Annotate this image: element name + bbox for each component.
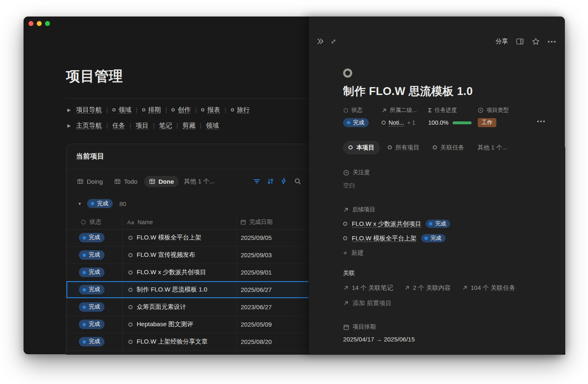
property-type[interactable]: 项目类型: [478, 106, 509, 115]
status-cell: 完成: [66, 250, 122, 259]
table-view-icon: [149, 178, 155, 185]
more-options-icon[interactable]: •••: [548, 38, 557, 45]
status-dot-icon: [83, 306, 86, 309]
view-tab[interactable]: Todo: [109, 176, 142, 187]
nav-link[interactable]: 项目导航: [76, 106, 102, 114]
follow-up-item[interactable]: FLO.W x 少数派共创项目 完成: [343, 219, 550, 229]
progress-value: 100.0%: [428, 117, 478, 128]
nav-link[interactable]: 报表: [207, 106, 220, 114]
toggle-right-icon[interactable]: ▶: [67, 107, 71, 113]
side-peek-icon[interactable]: [516, 38, 524, 45]
property-attention[interactable]: 关注度: [343, 168, 550, 177]
share-button[interactable]: 分享: [496, 38, 508, 45]
status-dot-icon: [83, 340, 86, 344]
linked-view-tab[interactable]: 其他 1 个...: [472, 141, 513, 154]
nav-link[interactable]: 旅行: [237, 106, 250, 114]
close-peek-double-chevron-icon[interactable]: [316, 37, 325, 45]
follow-up-item[interactable]: FLO.W 模板全平台上架 完成: [343, 233, 550, 243]
column-header-status[interactable]: 状态: [66, 218, 122, 226]
nav-link[interactable]: 剪藏: [183, 121, 195, 130]
sort-icon[interactable]: [267, 178, 274, 185]
status-dot-icon: [83, 254, 86, 257]
page-circle-icon: [128, 236, 133, 240]
type-value[interactable]: 工作: [478, 117, 509, 128]
follow-up-page-link[interactable]: FLO.W 模板全平台上架: [352, 235, 417, 242]
schedule-date-range[interactable]: 2025/04/17 → 2025/06/15: [343, 336, 550, 345]
add-predecessor-label: 添加 前置项目: [353, 299, 391, 307]
select-circle-icon: [343, 170, 349, 176]
name-cell: 众筹页面元素设计: [122, 303, 236, 311]
page-circle-icon: [112, 108, 116, 111]
attention-empty-value[interactable]: 空白: [343, 182, 550, 191]
relations-section: 关联 14 个 关联笔记: [343, 270, 550, 308]
toggle-right-icon[interactable]: ▶: [67, 123, 71, 128]
property-label: 项目类型: [486, 107, 509, 114]
parent-value[interactable]: Noti... + 1: [382, 117, 428, 128]
add-new-button[interactable]: + 新建: [343, 248, 550, 258]
minimize-window-button[interactable]: [37, 21, 42, 26]
arrow-up-right-icon: [462, 285, 468, 291]
linked-view-tab[interactable]: 关联任务: [427, 141, 470, 154]
page-circle-icon: [388, 145, 392, 149]
view-tab[interactable]: Doing: [72, 176, 108, 187]
filter-icon[interactable]: [253, 178, 261, 185]
select-circle-icon: [478, 107, 484, 113]
nav-link[interactable]: 主页导航: [76, 121, 102, 130]
status-label: 完成: [89, 234, 100, 241]
status-cell: 完成: [66, 302, 122, 311]
peek-panel-header: 分享 •••: [316, 36, 557, 47]
nav-link[interactable]: 创作: [178, 106, 190, 114]
relation-count-link[interactable]: 2 个 关联内容: [404, 284, 451, 292]
schedule-section: 项目排期 2025/04/17 → 2025/06/15: [343, 322, 550, 345]
expand-page-icon[interactable]: [330, 38, 337, 45]
fullscreen-window-button[interactable]: [45, 21, 50, 26]
column-header-name[interactable]: Aa Name: [122, 219, 236, 225]
status-badge: 完成: [79, 285, 104, 294]
nav-link[interactable]: 笔记: [159, 121, 172, 130]
property-status[interactable]: 状态: [343, 106, 382, 115]
page-circle-icon: [382, 121, 386, 125]
property-follow-up[interactable]: 后续项目: [343, 205, 550, 214]
page-circle-icon: [343, 236, 347, 240]
property-progress[interactable]: Σ 任务进度: [428, 106, 478, 115]
nav-link[interactable]: 领域: [119, 106, 131, 114]
nav-link[interactable]: 排期: [148, 106, 161, 114]
page-circle-icon: [343, 222, 347, 226]
page-circle-icon[interactable]: [343, 69, 352, 78]
property-schedule[interactable]: 项目排期: [343, 322, 550, 332]
linked-view-tab[interactable]: 本项目: [343, 141, 380, 154]
page-circle-icon: [231, 108, 234, 111]
collapse-group-icon[interactable]: ▼: [78, 201, 82, 206]
property-parent[interactable]: 所属二级...: [382, 106, 428, 115]
parent-page-link[interactable]: Noti...: [389, 119, 404, 126]
nav-item: 领域: [195, 121, 219, 130]
group-header: ▼ 完成 80: [78, 198, 126, 209]
name-cell: FLO.W 上架经验分享文章: [122, 338, 236, 346]
name-cell: FLO.W 模板全平台上架: [122, 234, 236, 242]
more-views-button[interactable]: 其他 1 个...: [184, 178, 214, 185]
status-loader-icon: [343, 108, 349, 113]
nav-link[interactable]: 领域: [206, 121, 219, 130]
status-dot-icon: [83, 236, 86, 239]
search-icon[interactable]: [294, 178, 301, 185]
add-predecessor-link[interactable]: 添加 前置项目: [343, 299, 391, 308]
property-row: 状态 完成 所属二级...: [343, 106, 550, 128]
status-value[interactable]: 完成: [343, 117, 382, 128]
favorite-star-icon[interactable]: [532, 38, 540, 45]
close-window-button[interactable]: [28, 21, 33, 26]
status-badge: 完成: [426, 220, 450, 228]
linked-view-tab[interactable]: 所有项目: [382, 141, 425, 154]
text-property-icon: Aa: [127, 219, 134, 225]
nav-link[interactable]: 项目: [136, 121, 149, 130]
follow-up-page-link[interactable]: FLO.W x 少数派共创项目: [352, 220, 421, 228]
automation-lightning-icon[interactable]: [280, 178, 288, 185]
status-badge: 完成: [343, 118, 369, 127]
relation-count-link[interactable]: 104 个 关联任务: [462, 284, 515, 292]
nav-link[interactable]: 任务: [112, 121, 125, 130]
view-tab[interactable]: Done: [144, 176, 179, 187]
view-tab-label: Doing: [87, 178, 103, 185]
peek-page-title[interactable]: 制作 FLO.W 思流模板 1.0: [343, 83, 550, 99]
more-properties-icon[interactable]: •••: [537, 118, 546, 124]
arrow-up-right-icon: [343, 207, 349, 213]
relation-count-link[interactable]: 14 个 关联笔记: [343, 284, 393, 292]
